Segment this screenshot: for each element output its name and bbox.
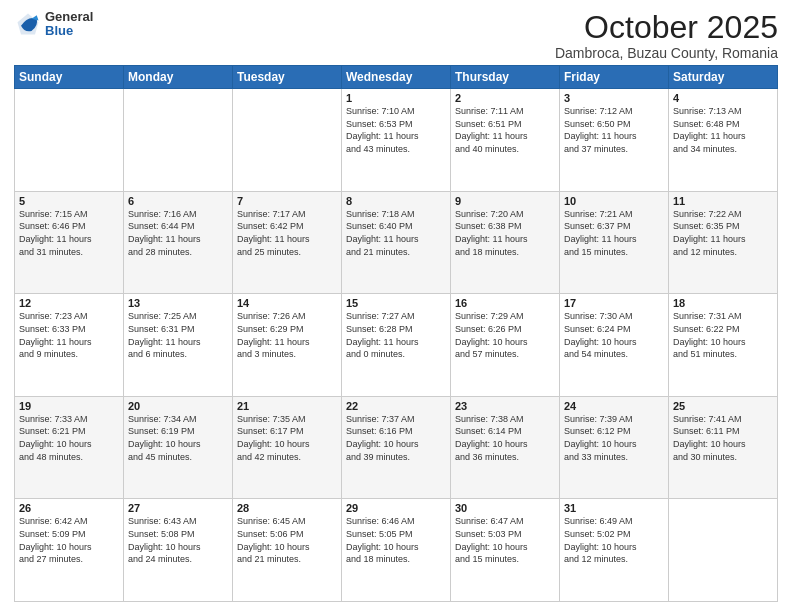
header: General Blue October 2025 Dambroca, Buza… xyxy=(14,10,778,61)
day-info: Sunrise: 7:15 AM Sunset: 6:46 PM Dayligh… xyxy=(19,208,119,258)
day-number: 28 xyxy=(237,502,337,514)
day-number: 25 xyxy=(673,400,773,412)
day-info: Sunrise: 6:42 AM Sunset: 5:09 PM Dayligh… xyxy=(19,515,119,565)
day-number: 4 xyxy=(673,92,773,104)
logo: General Blue xyxy=(14,10,93,39)
table-row: 30Sunrise: 6:47 AM Sunset: 5:03 PM Dayli… xyxy=(451,499,560,602)
day-number: 10 xyxy=(564,195,664,207)
day-info: Sunrise: 7:33 AM Sunset: 6:21 PM Dayligh… xyxy=(19,413,119,463)
day-number: 29 xyxy=(346,502,446,514)
table-row: 16Sunrise: 7:29 AM Sunset: 6:26 PM Dayli… xyxy=(451,294,560,397)
day-info: Sunrise: 7:18 AM Sunset: 6:40 PM Dayligh… xyxy=(346,208,446,258)
page: General Blue October 2025 Dambroca, Buza… xyxy=(0,0,792,612)
table-row: 4Sunrise: 7:13 AM Sunset: 6:48 PM Daylig… xyxy=(669,89,778,192)
col-sunday: Sunday xyxy=(15,66,124,89)
table-row: 23Sunrise: 7:38 AM Sunset: 6:14 PM Dayli… xyxy=(451,396,560,499)
table-row: 10Sunrise: 7:21 AM Sunset: 6:37 PM Dayli… xyxy=(560,191,669,294)
day-number: 12 xyxy=(19,297,119,309)
calendar-week-2: 5Sunrise: 7:15 AM Sunset: 6:46 PM Daylig… xyxy=(15,191,778,294)
day-number: 1 xyxy=(346,92,446,104)
day-info: Sunrise: 7:23 AM Sunset: 6:33 PM Dayligh… xyxy=(19,310,119,360)
col-monday: Monday xyxy=(124,66,233,89)
day-number: 22 xyxy=(346,400,446,412)
day-info: Sunrise: 7:41 AM Sunset: 6:11 PM Dayligh… xyxy=(673,413,773,463)
day-info: Sunrise: 7:12 AM Sunset: 6:50 PM Dayligh… xyxy=(564,105,664,155)
table-row: 29Sunrise: 6:46 AM Sunset: 5:05 PM Dayli… xyxy=(342,499,451,602)
day-number: 14 xyxy=(237,297,337,309)
day-number: 2 xyxy=(455,92,555,104)
table-row: 20Sunrise: 7:34 AM Sunset: 6:19 PM Dayli… xyxy=(124,396,233,499)
col-wednesday: Wednesday xyxy=(342,66,451,89)
calendar-week-3: 12Sunrise: 7:23 AM Sunset: 6:33 PM Dayli… xyxy=(15,294,778,397)
day-number: 27 xyxy=(128,502,228,514)
day-number: 17 xyxy=(564,297,664,309)
day-number: 19 xyxy=(19,400,119,412)
table-row: 28Sunrise: 6:45 AM Sunset: 5:06 PM Dayli… xyxy=(233,499,342,602)
table-row: 1Sunrise: 7:10 AM Sunset: 6:53 PM Daylig… xyxy=(342,89,451,192)
calendar-week-4: 19Sunrise: 7:33 AM Sunset: 6:21 PM Dayli… xyxy=(15,396,778,499)
logo-icon xyxy=(14,10,42,38)
day-number: 13 xyxy=(128,297,228,309)
table-row: 11Sunrise: 7:22 AM Sunset: 6:35 PM Dayli… xyxy=(669,191,778,294)
day-number: 16 xyxy=(455,297,555,309)
day-info: Sunrise: 7:39 AM Sunset: 6:12 PM Dayligh… xyxy=(564,413,664,463)
col-tuesday: Tuesday xyxy=(233,66,342,89)
table-row: 17Sunrise: 7:30 AM Sunset: 6:24 PM Dayli… xyxy=(560,294,669,397)
title-month: October 2025 xyxy=(555,10,778,45)
calendar-week-5: 26Sunrise: 6:42 AM Sunset: 5:09 PM Dayli… xyxy=(15,499,778,602)
day-info: Sunrise: 7:37 AM Sunset: 6:16 PM Dayligh… xyxy=(346,413,446,463)
calendar-week-1: 1Sunrise: 7:10 AM Sunset: 6:53 PM Daylig… xyxy=(15,89,778,192)
day-info: Sunrise: 7:13 AM Sunset: 6:48 PM Dayligh… xyxy=(673,105,773,155)
day-info: Sunrise: 7:31 AM Sunset: 6:22 PM Dayligh… xyxy=(673,310,773,360)
day-info: Sunrise: 7:29 AM Sunset: 6:26 PM Dayligh… xyxy=(455,310,555,360)
day-number: 15 xyxy=(346,297,446,309)
logo-text: General Blue xyxy=(45,10,93,39)
day-info: Sunrise: 6:45 AM Sunset: 5:06 PM Dayligh… xyxy=(237,515,337,565)
table-row: 18Sunrise: 7:31 AM Sunset: 6:22 PM Dayli… xyxy=(669,294,778,397)
table-row: 31Sunrise: 6:49 AM Sunset: 5:02 PM Dayli… xyxy=(560,499,669,602)
day-number: 31 xyxy=(564,502,664,514)
day-info: Sunrise: 7:27 AM Sunset: 6:28 PM Dayligh… xyxy=(346,310,446,360)
day-number: 8 xyxy=(346,195,446,207)
table-row: 9Sunrise: 7:20 AM Sunset: 6:38 PM Daylig… xyxy=(451,191,560,294)
day-info: Sunrise: 7:22 AM Sunset: 6:35 PM Dayligh… xyxy=(673,208,773,258)
day-info: Sunrise: 7:16 AM Sunset: 6:44 PM Dayligh… xyxy=(128,208,228,258)
calendar-table: Sunday Monday Tuesday Wednesday Thursday… xyxy=(14,65,778,602)
table-row xyxy=(669,499,778,602)
logo-blue-text: Blue xyxy=(45,24,93,38)
day-number: 21 xyxy=(237,400,337,412)
day-info: Sunrise: 7:38 AM Sunset: 6:14 PM Dayligh… xyxy=(455,413,555,463)
day-info: Sunrise: 6:46 AM Sunset: 5:05 PM Dayligh… xyxy=(346,515,446,565)
table-row: 5Sunrise: 7:15 AM Sunset: 6:46 PM Daylig… xyxy=(15,191,124,294)
day-info: Sunrise: 7:20 AM Sunset: 6:38 PM Dayligh… xyxy=(455,208,555,258)
day-info: Sunrise: 7:35 AM Sunset: 6:17 PM Dayligh… xyxy=(237,413,337,463)
day-info: Sunrise: 7:11 AM Sunset: 6:51 PM Dayligh… xyxy=(455,105,555,155)
day-number: 30 xyxy=(455,502,555,514)
table-row: 3Sunrise: 7:12 AM Sunset: 6:50 PM Daylig… xyxy=(560,89,669,192)
day-number: 23 xyxy=(455,400,555,412)
table-row: 13Sunrise: 7:25 AM Sunset: 6:31 PM Dayli… xyxy=(124,294,233,397)
day-number: 20 xyxy=(128,400,228,412)
day-number: 9 xyxy=(455,195,555,207)
day-number: 24 xyxy=(564,400,664,412)
title-location: Dambroca, Buzau County, Romania xyxy=(555,45,778,61)
table-row: 8Sunrise: 7:18 AM Sunset: 6:40 PM Daylig… xyxy=(342,191,451,294)
day-number: 5 xyxy=(19,195,119,207)
day-number: 7 xyxy=(237,195,337,207)
day-info: Sunrise: 7:34 AM Sunset: 6:19 PM Dayligh… xyxy=(128,413,228,463)
day-info: Sunrise: 6:47 AM Sunset: 5:03 PM Dayligh… xyxy=(455,515,555,565)
table-row: 15Sunrise: 7:27 AM Sunset: 6:28 PM Dayli… xyxy=(342,294,451,397)
day-info: Sunrise: 6:49 AM Sunset: 5:02 PM Dayligh… xyxy=(564,515,664,565)
table-row xyxy=(15,89,124,192)
day-number: 3 xyxy=(564,92,664,104)
table-row: 27Sunrise: 6:43 AM Sunset: 5:08 PM Dayli… xyxy=(124,499,233,602)
day-info: Sunrise: 7:17 AM Sunset: 6:42 PM Dayligh… xyxy=(237,208,337,258)
table-row: 12Sunrise: 7:23 AM Sunset: 6:33 PM Dayli… xyxy=(15,294,124,397)
table-row xyxy=(233,89,342,192)
day-info: Sunrise: 7:21 AM Sunset: 6:37 PM Dayligh… xyxy=(564,208,664,258)
title-block: October 2025 Dambroca, Buzau County, Rom… xyxy=(555,10,778,61)
table-row: 21Sunrise: 7:35 AM Sunset: 6:17 PM Dayli… xyxy=(233,396,342,499)
table-row: 19Sunrise: 7:33 AM Sunset: 6:21 PM Dayli… xyxy=(15,396,124,499)
logo-general-text: General xyxy=(45,10,93,24)
day-number: 26 xyxy=(19,502,119,514)
